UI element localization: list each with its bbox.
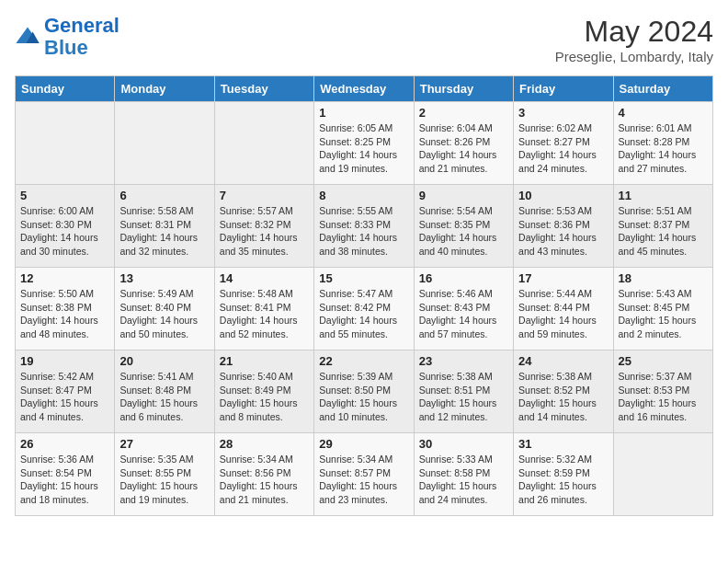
calendar-body: 1Sunrise: 6:05 AMSunset: 8:25 PMDaylight… xyxy=(16,102,713,516)
day-number: 28 xyxy=(220,437,309,451)
logo: General Blue xyxy=(15,15,119,59)
day-number: 12 xyxy=(20,271,109,285)
day-info: Sunrise: 5:49 AMSunset: 8:40 PMDaylight:… xyxy=(119,287,209,341)
day-number: 23 xyxy=(419,354,508,368)
week-row-4: 19Sunrise: 5:42 AMSunset: 8:47 PMDayligh… xyxy=(16,350,713,433)
day-info: Sunrise: 5:42 AMSunset: 8:47 PMDaylight:… xyxy=(20,370,109,424)
day-number: 30 xyxy=(419,437,508,451)
day-number: 6 xyxy=(119,189,209,202)
day-info: Sunrise: 5:37 AMSunset: 8:53 PMDaylight:… xyxy=(619,370,708,424)
weekday-header-wednesday: Wednesday xyxy=(314,76,414,102)
weekday-header-thursday: Thursday xyxy=(414,76,513,102)
calendar-cell: 9Sunrise: 5:54 AMSunset: 8:35 PMDaylight… xyxy=(414,185,513,268)
day-info: Sunrise: 5:43 AMSunset: 8:45 PMDaylight:… xyxy=(619,287,708,341)
calendar-cell: 18Sunrise: 5:43 AMSunset: 8:45 PMDayligh… xyxy=(613,268,712,350)
calendar-cell xyxy=(214,102,313,185)
day-info: Sunrise: 5:33 AMSunset: 8:58 PMDaylight:… xyxy=(419,453,508,507)
day-number: 3 xyxy=(518,106,608,120)
day-info: Sunrise: 6:05 AMSunset: 8:25 PMDaylight:… xyxy=(319,121,408,176)
day-info: Sunrise: 5:48 AMSunset: 8:41 PMDaylight:… xyxy=(220,287,309,341)
calendar-cell: 14Sunrise: 5:48 AMSunset: 8:41 PMDayligh… xyxy=(214,268,313,350)
day-number: 24 xyxy=(518,354,608,368)
calendar-subtitle: Preseglie, Lombardy, Italy xyxy=(555,49,713,64)
calendar-cell: 24Sunrise: 5:38 AMSunset: 8:52 PMDayligh… xyxy=(514,350,613,433)
day-info: Sunrise: 5:55 AMSunset: 8:33 PMDaylight:… xyxy=(319,204,408,259)
calendar-cell: 28Sunrise: 5:34 AMSunset: 8:56 PMDayligh… xyxy=(214,433,313,516)
weekday-header-friday: Friday xyxy=(514,76,613,102)
day-number: 5 xyxy=(20,189,109,202)
calendar-cell xyxy=(613,433,712,516)
day-info: Sunrise: 5:35 AMSunset: 8:55 PMDaylight:… xyxy=(119,453,209,507)
day-info: Sunrise: 5:34 AMSunset: 8:56 PMDaylight:… xyxy=(220,453,309,507)
day-info: Sunrise: 5:54 AMSunset: 8:35 PMDaylight:… xyxy=(419,204,508,259)
calendar-cell: 8Sunrise: 5:55 AMSunset: 8:33 PMDaylight… xyxy=(314,185,414,268)
calendar-cell: 10Sunrise: 5:53 AMSunset: 8:36 PMDayligh… xyxy=(514,185,613,268)
day-number: 2 xyxy=(419,106,508,120)
calendar-cell xyxy=(115,102,214,185)
logo-line1: General xyxy=(44,14,119,37)
day-number: 20 xyxy=(119,354,209,368)
day-info: Sunrise: 5:58 AMSunset: 8:31 PMDaylight:… xyxy=(119,204,209,259)
weekday-header-row: SundayMondayTuesdayWednesdayThursdayFrid… xyxy=(16,76,713,102)
calendar-cell: 30Sunrise: 5:33 AMSunset: 8:58 PMDayligh… xyxy=(414,433,513,516)
calendar-cell: 12Sunrise: 5:50 AMSunset: 8:38 PMDayligh… xyxy=(16,268,115,350)
calendar-cell: 17Sunrise: 5:44 AMSunset: 8:44 PMDayligh… xyxy=(514,268,613,350)
calendar-title: May 2024 xyxy=(555,15,713,49)
day-number: 9 xyxy=(419,189,508,202)
calendar-cell: 15Sunrise: 5:47 AMSunset: 8:42 PMDayligh… xyxy=(314,268,414,350)
day-info: Sunrise: 5:40 AMSunset: 8:49 PMDaylight:… xyxy=(220,370,309,424)
day-number: 31 xyxy=(518,437,608,451)
week-row-2: 5Sunrise: 6:00 AMSunset: 8:30 PMDaylight… xyxy=(16,185,713,268)
day-info: Sunrise: 5:34 AMSunset: 8:57 PMDaylight:… xyxy=(319,453,408,507)
calendar-cell: 6Sunrise: 5:58 AMSunset: 8:31 PMDaylight… xyxy=(115,185,214,268)
weekday-header-tuesday: Tuesday xyxy=(214,76,313,102)
calendar-cell: 29Sunrise: 5:34 AMSunset: 8:57 PMDayligh… xyxy=(314,433,414,516)
day-info: Sunrise: 5:36 AMSunset: 8:54 PMDaylight:… xyxy=(20,453,109,507)
calendar-cell: 31Sunrise: 5:32 AMSunset: 8:59 PMDayligh… xyxy=(514,433,613,516)
day-number: 8 xyxy=(319,189,408,202)
day-number: 11 xyxy=(619,189,708,202)
calendar-cell: 2Sunrise: 6:04 AMSunset: 8:26 PMDaylight… xyxy=(414,102,513,185)
day-number: 25 xyxy=(619,354,708,368)
day-number: 14 xyxy=(220,271,309,285)
day-number: 21 xyxy=(220,354,309,368)
day-number: 16 xyxy=(419,271,508,285)
day-info: Sunrise: 5:39 AMSunset: 8:50 PMDaylight:… xyxy=(319,370,408,424)
day-number: 15 xyxy=(319,271,408,285)
day-info: Sunrise: 5:44 AMSunset: 8:44 PMDaylight:… xyxy=(518,287,608,341)
day-number: 29 xyxy=(319,437,408,451)
day-number: 10 xyxy=(518,189,608,202)
weekday-header-saturday: Saturday xyxy=(613,76,712,102)
day-info: Sunrise: 5:57 AMSunset: 8:32 PMDaylight:… xyxy=(220,204,309,259)
logo-icon xyxy=(15,24,40,50)
day-info: Sunrise: 6:01 AMSunset: 8:28 PMDaylight:… xyxy=(619,121,708,176)
calendar-cell: 5Sunrise: 6:00 AMSunset: 8:30 PMDaylight… xyxy=(16,185,115,268)
title-area: May 2024 Preseglie, Lombardy, Italy xyxy=(555,15,713,64)
calendar-table: SundayMondayTuesdayWednesdayThursdayFrid… xyxy=(15,75,713,516)
calendar-header: SundayMondayTuesdayWednesdayThursdayFrid… xyxy=(16,76,713,102)
calendar-cell: 21Sunrise: 5:40 AMSunset: 8:49 PMDayligh… xyxy=(214,350,313,433)
day-info: Sunrise: 6:04 AMSunset: 8:26 PMDaylight:… xyxy=(419,121,508,176)
weekday-header-sunday: Sunday xyxy=(16,76,115,102)
day-info: Sunrise: 5:47 AMSunset: 8:42 PMDaylight:… xyxy=(319,287,408,341)
day-info: Sunrise: 5:38 AMSunset: 8:52 PMDaylight:… xyxy=(518,370,608,424)
day-info: Sunrise: 5:46 AMSunset: 8:43 PMDaylight:… xyxy=(419,287,508,341)
day-number: 27 xyxy=(119,437,209,451)
calendar-cell: 25Sunrise: 5:37 AMSunset: 8:53 PMDayligh… xyxy=(613,350,712,433)
day-info: Sunrise: 5:50 AMSunset: 8:38 PMDaylight:… xyxy=(20,287,109,341)
day-number: 1 xyxy=(319,106,408,120)
page-header: General Blue May 2024 Preseglie, Lombard… xyxy=(15,15,713,64)
day-number: 13 xyxy=(119,271,209,285)
day-number: 7 xyxy=(220,189,309,202)
logo-line2: Blue xyxy=(44,37,119,59)
week-row-3: 12Sunrise: 5:50 AMSunset: 8:38 PMDayligh… xyxy=(16,268,713,350)
day-number: 26 xyxy=(20,437,109,451)
calendar-cell: 16Sunrise: 5:46 AMSunset: 8:43 PMDayligh… xyxy=(414,268,513,350)
week-row-5: 26Sunrise: 5:36 AMSunset: 8:54 PMDayligh… xyxy=(16,433,713,516)
day-number: 4 xyxy=(619,106,708,120)
day-number: 19 xyxy=(20,354,109,368)
day-info: Sunrise: 6:02 AMSunset: 8:27 PMDaylight:… xyxy=(518,121,608,176)
day-info: Sunrise: 6:00 AMSunset: 8:30 PMDaylight:… xyxy=(20,204,109,259)
day-number: 22 xyxy=(319,354,408,368)
calendar-cell: 3Sunrise: 6:02 AMSunset: 8:27 PMDaylight… xyxy=(514,102,613,185)
